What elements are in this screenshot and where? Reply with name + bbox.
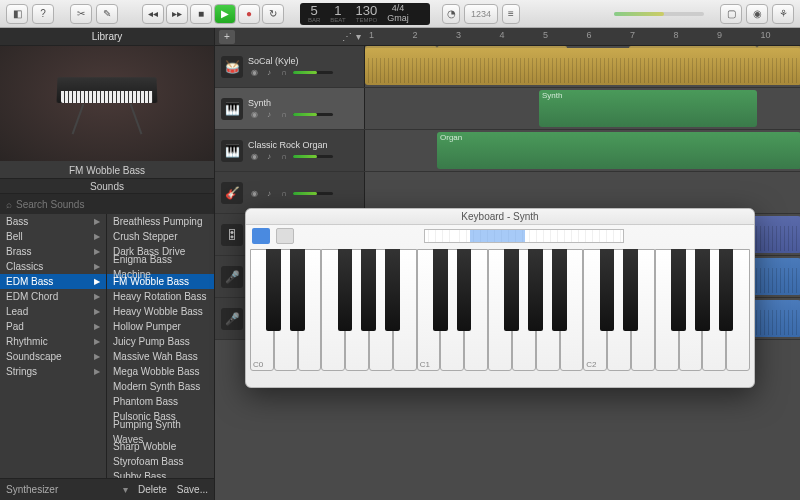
patch-row[interactable]: Modern Synth Bass <box>107 379 214 394</box>
track-lane[interactable]: Synth <box>365 88 800 129</box>
play-button[interactable]: ▶ <box>214 4 236 24</box>
track-volume[interactable] <box>293 155 333 158</box>
track-icon: 🎛 <box>221 224 243 246</box>
ruler-mark: 8 <box>674 30 679 40</box>
edit-icon[interactable]: ✎ <box>96 4 118 24</box>
media-browser-icon[interactable]: ⚘ <box>772 4 794 24</box>
black-key[interactable] <box>290 249 305 331</box>
category-row[interactable]: Rhythmic▶ <box>0 334 106 349</box>
patch-row[interactable]: Breathless Pumping <box>107 214 214 229</box>
ruler-mark: 1 <box>369 30 374 40</box>
black-key[interactable] <box>671 249 686 331</box>
track-volume[interactable] <box>293 71 333 74</box>
patch-row[interactable]: Mega Wobble Bass <box>107 364 214 379</box>
library-toggle[interactable]: ◧ <box>6 4 28 24</box>
mute-icon[interactable]: ◉ <box>248 152 260 162</box>
track-lane[interactable] <box>365 172 800 213</box>
forward-button[interactable]: ▸▸ <box>166 4 188 24</box>
chevron-down-icon[interactable]: ▾ <box>123 484 128 495</box>
category-row[interactable]: EDM Chord▶ <box>0 289 106 304</box>
category-row[interactable]: Brass▶ <box>0 244 106 259</box>
patch-row[interactable]: Heavy Rotation Bass <box>107 289 214 304</box>
category-row[interactable]: EDM Bass▶ <box>0 274 106 289</box>
patch-row[interactable]: Crush Stepper <box>107 229 214 244</box>
category-row[interactable]: Soundscape▶ <box>0 349 106 364</box>
region[interactable] <box>365 48 800 85</box>
track-volume[interactable] <box>293 113 333 116</box>
master-volume[interactable] <box>614 12 704 16</box>
keyboard-typing-icon[interactable] <box>276 228 294 244</box>
piano-keys[interactable]: C0C1C2 <box>250 249 750 381</box>
patch-row[interactable]: Massive Wah Bass <box>107 349 214 364</box>
lcd-display[interactable]: 5BAR 1BEAT 130TEMPO 4/4Gmaj <box>300 3 430 25</box>
category-row[interactable]: Bell▶ <box>0 229 106 244</box>
scissors-icon[interactable]: ✂ <box>70 4 92 24</box>
black-key[interactable] <box>457 249 472 331</box>
tuner-button[interactable]: 1234 <box>464 4 498 24</box>
headphone-icon[interactable]: ∩ <box>278 110 290 120</box>
headphone-icon[interactable]: ∩ <box>278 189 290 199</box>
black-key[interactable] <box>695 249 710 331</box>
headphone-icon[interactable]: ∩ <box>278 152 290 162</box>
solo-icon[interactable]: ♪ <box>263 189 275 199</box>
track-volume[interactable] <box>293 192 333 195</box>
region[interactable]: Organ <box>437 132 800 169</box>
patch-row[interactable]: Phantom Bass <box>107 394 214 409</box>
patch-row[interactable]: Styrofoam Bass <box>107 454 214 469</box>
cycle-button[interactable]: ↻ <box>262 4 284 24</box>
category-row[interactable]: Strings▶ <box>0 364 106 379</box>
patch-row[interactable]: Hollow Pumper <box>107 319 214 334</box>
timeline-ruler[interactable]: 12345678910 <box>365 28 800 45</box>
delete-button[interactable]: Delete <box>138 484 167 495</box>
solo-icon[interactable]: ♪ <box>263 68 275 78</box>
loop-browser-icon[interactable]: ◉ <box>746 4 768 24</box>
black-key[interactable] <box>385 249 400 331</box>
track-lane[interactable]: IntroVerse 1ChorusVerse 2 <box>365 46 800 87</box>
catch-icon[interactable]: ▾ <box>356 31 361 42</box>
region[interactable]: Synth <box>539 90 757 127</box>
black-key[interactable] <box>623 249 638 331</box>
solo-icon[interactable]: ♪ <box>263 152 275 162</box>
black-key[interactable] <box>338 249 353 331</box>
black-key[interactable] <box>361 249 376 331</box>
solo-icon[interactable]: ♪ <box>263 110 275 120</box>
add-track-button[interactable]: + <box>219 30 235 44</box>
keyboard-range-selector[interactable] <box>424 229 624 243</box>
count-in-icon[interactable]: ≡ <box>502 4 520 24</box>
black-key[interactable] <box>719 249 734 331</box>
track-lane[interactable]: Organ <box>365 130 800 171</box>
search-sounds[interactable]: ⌕Search Sounds <box>0 194 214 214</box>
track-row[interactable]: 🎹Synth◉♪∩Synth <box>215 88 800 130</box>
patch-row[interactable]: Enigma Bass Machine <box>107 259 214 274</box>
category-row[interactable]: Lead▶ <box>0 304 106 319</box>
patch-row[interactable]: Pumping Synth Waves <box>107 424 214 439</box>
rewind-button[interactable]: ◂◂ <box>142 4 164 24</box>
stop-button[interactable]: ■ <box>190 4 212 24</box>
black-key[interactable] <box>266 249 281 331</box>
metronome-icon[interactable]: ◔ <box>442 4 460 24</box>
black-key[interactable] <box>504 249 519 331</box>
category-row[interactable]: Pad▶ <box>0 319 106 334</box>
patch-row[interactable]: Juicy Pump Bass <box>107 334 214 349</box>
keyboard-mode-icon[interactable] <box>252 228 270 244</box>
record-button[interactable]: ● <box>238 4 260 24</box>
mute-icon[interactable]: ◉ <box>248 110 260 120</box>
help-icon[interactable]: ? <box>32 4 54 24</box>
category-row[interactable]: Bass▶ <box>0 214 106 229</box>
black-key[interactable] <box>552 249 567 331</box>
save-button[interactable]: Save... <box>177 484 208 495</box>
black-key[interactable] <box>528 249 543 331</box>
patch-list: Breathless PumpingCrush StepperDark Bass… <box>107 214 214 478</box>
patch-row[interactable]: Heavy Wobble Bass <box>107 304 214 319</box>
ruler-mark: 10 <box>761 30 771 40</box>
automation-icon[interactable]: ⋰ <box>342 31 352 42</box>
track-row[interactable]: 🎹Classic Rock Organ◉♪∩Organ <box>215 130 800 172</box>
notepad-icon[interactable]: ▢ <box>720 4 742 24</box>
headphone-icon[interactable]: ∩ <box>278 68 290 78</box>
mute-icon[interactable]: ◉ <box>248 189 260 199</box>
black-key[interactable] <box>433 249 448 331</box>
mute-icon[interactable]: ◉ <box>248 68 260 78</box>
category-row[interactable]: Classics▶ <box>0 259 106 274</box>
track-row[interactable]: 🥁SoCal (Kyle)◉♪∩IntroVerse 1ChorusVerse … <box>215 46 800 88</box>
black-key[interactable] <box>600 249 615 331</box>
